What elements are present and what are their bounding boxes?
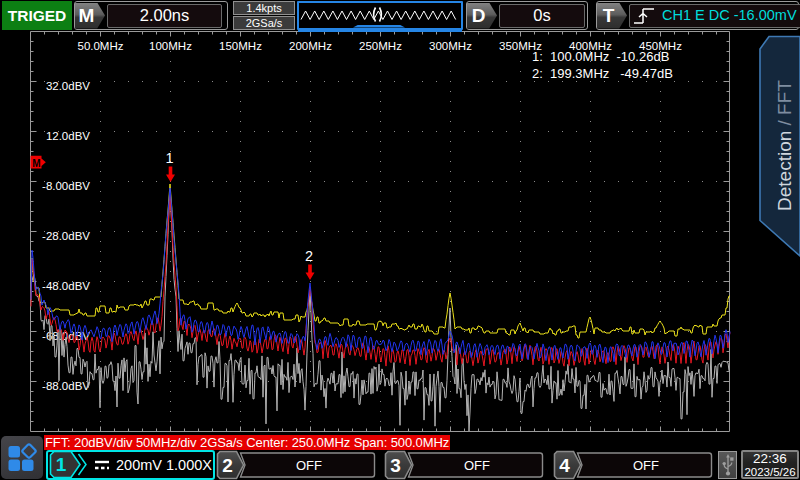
svg-text:2: 2 xyxy=(222,454,233,475)
svg-text:2: 199.3MHz -49.47dB: 2: 199.3MHz -49.47dB xyxy=(532,66,673,81)
svg-text:1: 1 xyxy=(165,150,173,166)
svg-text:M: M xyxy=(32,158,40,169)
svg-text:1: 1 xyxy=(56,454,67,475)
svg-text:-88.0dBV: -88.0dBV xyxy=(42,380,90,392)
svg-text:1: 100.0MHz -10.26dB: 1: 100.0MHz -10.26dB xyxy=(532,49,669,64)
svg-text:-8.00dBV: -8.00dBV xyxy=(42,180,90,192)
svg-text:4: 4 xyxy=(559,454,570,475)
svg-text:Detection / FFT: Detection / FFT xyxy=(774,80,795,211)
svg-text:50.0MHz: 50.0MHz xyxy=(77,40,123,52)
svg-text:200MHz: 200MHz xyxy=(289,40,332,52)
svg-text:OFF: OFF xyxy=(464,457,490,472)
svg-text:32.0dBV: 32.0dBV xyxy=(46,80,90,92)
svg-text:250MHz: 250MHz xyxy=(359,40,402,52)
svg-text:2: 2 xyxy=(305,248,313,264)
svg-text:300MHz: 300MHz xyxy=(429,40,472,52)
svg-text:12.0dBV: 12.0dBV xyxy=(46,130,90,142)
svg-text:100MHz: 100MHz xyxy=(149,40,192,52)
svg-text:150MHz: 150MHz xyxy=(219,40,262,52)
svg-text:-48.0dBV: -48.0dBV xyxy=(42,280,90,292)
svg-text:3: 3 xyxy=(390,454,401,475)
svg-text:OFF: OFF xyxy=(296,457,322,472)
svg-text:-28.0dBV: -28.0dBV xyxy=(42,230,90,242)
svg-text:OFF: OFF xyxy=(633,457,659,472)
